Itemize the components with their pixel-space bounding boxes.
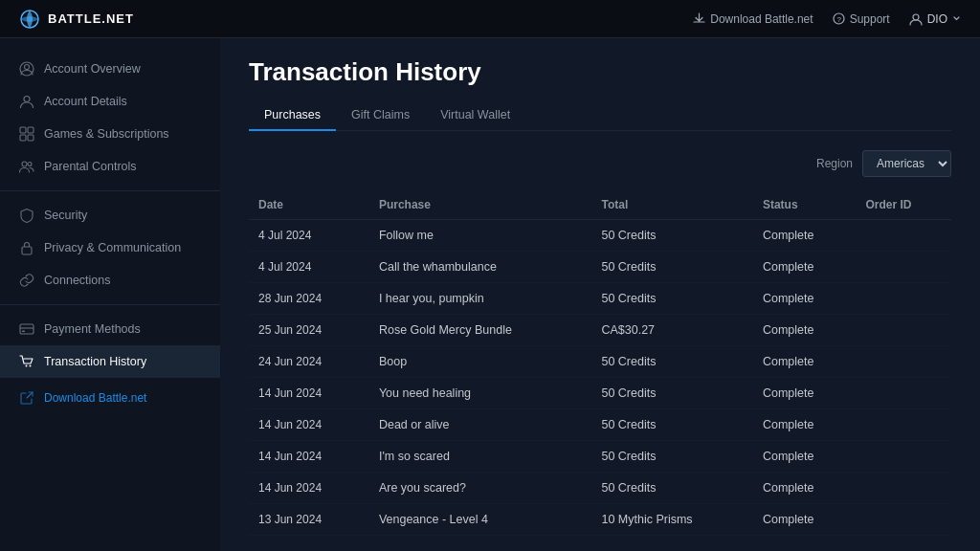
- tab-gift-claims[interactable]: Gift Claims: [336, 100, 425, 131]
- table-row: 14 Jun 2024 I'm so scared 50 Credits Com…: [249, 441, 951, 473]
- col-header-date: Date: [249, 190, 369, 220]
- svg-rect-13: [22, 247, 32, 254]
- tab-purchases[interactable]: Purchases: [249, 100, 336, 131]
- cell-order-id: [856, 315, 951, 346]
- cell-purchase: Are you scared?: [369, 473, 592, 504]
- svg-rect-14: [20, 324, 33, 334]
- sidebar-divider-1: [0, 190, 220, 191]
- sidebar-item-account-overview[interactable]: Account Overview: [0, 53, 220, 85]
- logo[interactable]: BATTLE.NET: [19, 9, 134, 30]
- cell-purchase: I hear you, pumpkin: [369, 283, 592, 315]
- sidebar-item-parental-controls[interactable]: Parental Controls: [0, 150, 220, 183]
- cell-date: 4 Jul 2024: [249, 252, 369, 283]
- col-header-purchase: Purchase: [369, 190, 592, 220]
- svg-rect-8: [28, 127, 33, 133]
- cell-order-id: [856, 441, 951, 473]
- cell-order-id: [856, 473, 951, 504]
- region-row: Region Americas Europe Asia: [249, 150, 951, 177]
- download-icon: [693, 12, 705, 25]
- sidebar-item-transaction-history[interactable]: Transaction History: [0, 345, 220, 378]
- cell-order-id: [856, 283, 951, 315]
- cart-icon: [19, 354, 34, 369]
- grid-icon: [19, 126, 34, 142]
- svg-rect-15: [22, 331, 25, 333]
- sidebar-label-account-details: Account Details: [44, 95, 127, 108]
- page-title: Transaction History: [249, 57, 951, 87]
- sidebar-label-payment-methods: Payment Methods: [44, 322, 141, 336]
- cell-status: Complete: [753, 220, 857, 252]
- svg-text:?: ?: [836, 15, 841, 24]
- cell-total: 50 Credits: [591, 473, 752, 504]
- support-icon: ?: [833, 12, 845, 25]
- chevron-down-icon: [952, 14, 961, 23]
- sidebar-item-games-subscriptions[interactable]: Games & Subscriptions: [0, 118, 220, 150]
- table-row: 14 Jun 2024 Are you scared? 50 Credits C…: [249, 473, 951, 504]
- link-icon: [19, 273, 34, 288]
- cell-total: 50 Credits: [591, 283, 752, 315]
- col-header-order-id: Order ID: [856, 190, 951, 220]
- svg-rect-7: [20, 127, 26, 133]
- cell-date: 24 Jun 2024: [249, 346, 369, 378]
- cell-date: 13 Jun 2024: [249, 504, 369, 536]
- support-nav[interactable]: ? Support: [833, 12, 890, 26]
- download-battlenet-nav[interactable]: Download Battle.net: [693, 12, 813, 26]
- cell-order-id: [856, 220, 951, 252]
- svg-point-12: [28, 163, 32, 166]
- external-link-icon: [19, 390, 34, 406]
- table-row: 13 Jun 2024 Vengeance - Level 4 10 Mythi…: [249, 504, 951, 536]
- cell-date: 4 Jul 2024: [249, 220, 369, 252]
- sidebar-item-payment-methods[interactable]: Payment Methods: [0, 313, 220, 345]
- sidebar: Account Overview Account Details Games &…: [0, 38, 220, 551]
- table-row: 4 Jul 2024 Call the whambulance 50 Credi…: [249, 252, 951, 283]
- sidebar-label-download: Download Battle.net: [44, 391, 146, 405]
- sidebar-label-games-subscriptions: Games & Subscriptions: [44, 127, 169, 141]
- user-icon-sidebar: [19, 94, 34, 109]
- cell-order-id: [856, 378, 951, 409]
- cell-total: 50 Credits: [591, 220, 752, 252]
- svg-rect-9: [20, 135, 26, 141]
- sidebar-label-privacy: Privacy & Communication: [44, 241, 181, 254]
- user-nav[interactable]: DIO: [909, 12, 961, 26]
- table-header: Date Purchase Total Status Order ID: [249, 190, 951, 220]
- cell-total: 50 Credits: [591, 441, 752, 473]
- sidebar-item-download[interactable]: Download Battle.net: [0, 382, 220, 414]
- user-icon: [909, 12, 923, 26]
- sidebar-item-connections[interactable]: Connections: [0, 264, 220, 297]
- sidebar-item-privacy[interactable]: Privacy & Communication: [0, 231, 220, 264]
- sidebar-item-security[interactable]: Security: [0, 199, 220, 231]
- cell-status: Complete: [753, 441, 857, 473]
- cell-purchase: Call the whambulance: [369, 252, 592, 283]
- cell-total: 50 Credits: [591, 252, 752, 283]
- cell-total: CA$30.27: [591, 315, 752, 346]
- col-header-status: Status: [753, 190, 857, 220]
- cell-total: 50 Credits: [591, 346, 752, 378]
- credit-card-icon: [19, 321, 34, 337]
- cell-purchase: You need healing: [369, 378, 592, 409]
- sidebar-item-account-details[interactable]: Account Details: [0, 85, 220, 118]
- transaction-table: Date Purchase Total Status Order ID 4 Ju…: [249, 190, 951, 536]
- sidebar-label-parental-controls: Parental Controls: [44, 160, 137, 173]
- table-row: 14 Jun 2024 Dead or alive 50 Credits Com…: [249, 409, 951, 441]
- cell-date: 25 Jun 2024: [249, 315, 369, 346]
- col-header-total: Total: [591, 190, 752, 220]
- cell-status: Complete: [753, 315, 857, 346]
- svg-point-11: [22, 162, 27, 166]
- user-circle-icon: [19, 61, 34, 77]
- cell-order-id: [856, 346, 951, 378]
- tab-virtual-wallet[interactable]: Virtual Wallet: [425, 100, 525, 131]
- cell-status: Complete: [753, 346, 857, 378]
- shield-icon: [19, 208, 34, 223]
- sidebar-label-security: Security: [44, 209, 87, 222]
- users-icon: [19, 159, 34, 174]
- region-select[interactable]: Americas Europe Asia: [862, 150, 951, 177]
- cell-date: 28 Jun 2024: [249, 283, 369, 315]
- cell-purchase: Follow me: [369, 220, 592, 252]
- table-row: 28 Jun 2024 I hear you, pumpkin 50 Credi…: [249, 283, 951, 315]
- svg-point-17: [30, 365, 32, 367]
- sidebar-label-account-overview: Account Overview: [44, 62, 141, 76]
- cell-order-id: [856, 504, 951, 536]
- cell-order-id: [856, 409, 951, 441]
- table-body: 4 Jul 2024 Follow me 50 Credits Complete…: [249, 220, 951, 536]
- cell-status: Complete: [753, 378, 857, 409]
- svg-rect-10: [28, 135, 33, 141]
